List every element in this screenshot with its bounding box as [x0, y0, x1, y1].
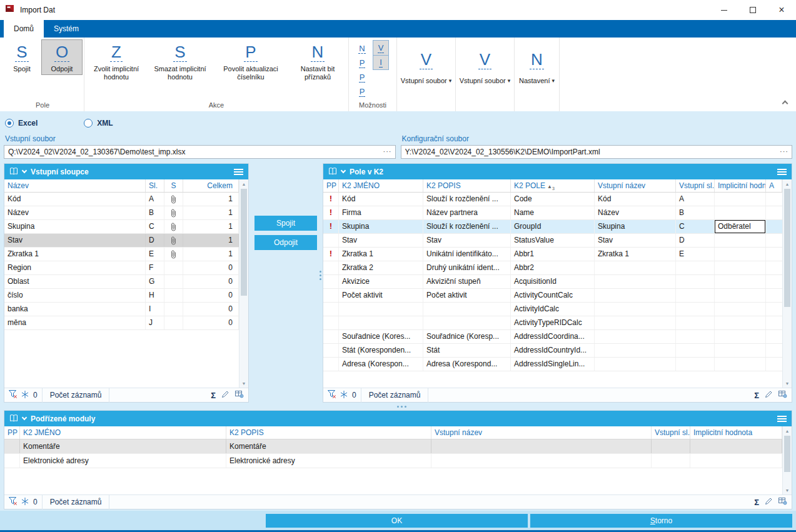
tab-system[interactable]: Systém — [44, 20, 89, 38]
smazat-implicitni-button[interactable]: S Smazat implicitní hodnotu — [148, 40, 213, 83]
column-header-implicitni-hodnota[interactable]: Implicitní hodnota — [690, 426, 782, 439]
table-row[interactable]: RegionF0 — [4, 261, 239, 275]
column-header-vstupni-sl[interactable]: Vstupní sl. — [676, 179, 715, 192]
column-header-k2-pole[interactable]: K2 POLE▲3 — [511, 179, 595, 192]
povolit-aktualizaci-button[interactable]: P Povolit aktualizaci číselníku — [214, 40, 288, 83]
table-row[interactable]: měnaJ0 — [4, 316, 239, 330]
column-header-k2-popis[interactable]: K2 POPIS — [423, 179, 511, 192]
moznosti-option-i[interactable]: I — [373, 55, 388, 69]
cell-editor[interactable]: Odběratel — [715, 220, 766, 233]
odpojit-button[interactable]: Odpojit — [254, 235, 317, 250]
edit-icon[interactable] — [765, 390, 773, 400]
column-header-vstupni-sl[interactable]: Vstupní sl. — [652, 426, 690, 439]
scroll-down-icon[interactable]: ▼ — [239, 379, 248, 388]
close-button[interactable]: × — [767, 0, 796, 20]
column-header-a[interactable]: A — [766, 179, 782, 192]
moznosti-option-n[interactable]: N — [355, 42, 369, 56]
column-header-implicitni[interactable]: Implicitní hodnota — [715, 179, 766, 192]
panel-menu-icon[interactable] — [777, 168, 787, 176]
cancel-button[interactable]: Storno — [530, 514, 792, 528]
snowflake-icon[interactable] — [340, 391, 348, 400]
column-header-k2-jmeno[interactable]: K2 JMÉNO — [339, 179, 423, 192]
column-header-vstupni-nazev[interactable]: Vstupní název — [595, 179, 676, 192]
column-header-k2-popis[interactable]: K2 POPIS — [226, 426, 431, 439]
edit-icon[interactable] — [221, 390, 229, 400]
table-row[interactable]: Stát (Koresponden...StátAddressIdCountry… — [323, 344, 782, 358]
scroll-down-icon[interactable]: ▼ — [783, 486, 792, 494]
panel-menu-icon[interactable] — [234, 168, 243, 176]
scroll-down-icon[interactable]: ▼ — [783, 379, 792, 388]
grid-settings-icon[interactable] — [778, 497, 787, 507]
browse-config-file-button[interactable]: ··· — [778, 147, 790, 157]
table-row[interactable]: Souřadnice (Kores...Souřadnice (Koresp..… — [323, 330, 782, 344]
radio-excel[interactable]: Excel — [5, 119, 38, 128]
panel-menu-icon[interactable] — [777, 414, 787, 423]
config-file-field[interactable] — [401, 146, 792, 158]
column-header-pp[interactable]: PP — [323, 179, 339, 192]
nastavit-bit-button[interactable]: N Nastavit bit příznaků — [289, 40, 346, 83]
table-row[interactable]: Zkratka 1E1 — [4, 248, 239, 261]
column-header-celkem[interactable]: Celkem — [183, 179, 239, 192]
table-row[interactable]: Adresa (Korespon...Adresa (Korespond...A… — [323, 358, 782, 371]
filter-icon[interactable] — [328, 390, 336, 400]
scroll-thumb[interactable] — [241, 189, 247, 296]
table-row[interactable]: NázevB1 — [4, 206, 239, 220]
table-row[interactable]: !Zkratka 1Unikátní identifikáto...Abbr1Z… — [323, 248, 782, 261]
table-row[interactable]: !KódSlouží k rozčlenění ...CodeKódA — [323, 193, 782, 206]
moznosti-option-p3[interactable]: P — [355, 85, 369, 99]
ok-button[interactable]: OK — [266, 514, 528, 528]
vertical-splitter-handle[interactable] — [320, 271, 321, 273]
radio-xml[interactable]: XML — [84, 119, 113, 128]
input-file-field[interactable] — [4, 146, 395, 158]
horizontal-splitter[interactable] — [0, 403, 796, 410]
table-row[interactable]: StavD1 — [4, 234, 239, 248]
grid-settings-icon[interactable] — [235, 390, 244, 400]
table-row[interactable]: Zkratka 2Druhý unikátní ident...Abbr2 — [323, 261, 782, 275]
edit-icon[interactable] — [765, 497, 773, 507]
filter-icon[interactable] — [9, 497, 17, 507]
table-row[interactable]: AkviziceAkviziční stupeňAcquisitionId — [323, 275, 782, 289]
table-row[interactable]: ActivityTypeRIDCalc — [323, 316, 782, 330]
moznosti-option-v[interactable]: V — [373, 41, 388, 55]
column-header-vstupni-nazev[interactable]: Vstupní název — [431, 426, 652, 439]
snowflake-icon[interactable] — [21, 391, 29, 400]
scrollbar[interactable]: ▲ ▼ — [782, 426, 792, 494]
chevron-down-icon[interactable] — [341, 168, 346, 173]
spojit-button[interactable]: Spojit — [254, 216, 317, 231]
table-row[interactable]: KomentářeKomentáře — [4, 439, 782, 454]
sum-icon[interactable]: Σ — [211, 391, 216, 400]
column-header-nazev[interactable]: Název — [4, 179, 146, 192]
table-row[interactable]: KódA1 — [4, 193, 239, 206]
spojit-ribbon-button[interactable]: S Spojit — [3, 40, 41, 74]
scroll-thumb[interactable] — [784, 189, 790, 307]
nastaveni-dropdown[interactable]: N Nastavení▾ — [515, 38, 560, 111]
zvolit-implicitni-button[interactable]: Z Zvolit implicitní hodnotu — [86, 40, 146, 83]
scrollbar[interactable]: ▲ ▼ — [239, 179, 248, 388]
column-header-k2-jmeno[interactable]: K2 JMÉNO — [20, 426, 226, 439]
table-row[interactable]: čísloH0 — [4, 289, 239, 303]
table-row[interactable]: Elektronické adresyElektronické adresy — [4, 454, 782, 468]
table-row[interactable]: !SkupinaSlouží k rozčlenění ...GroupIdSk… — [323, 220, 782, 234]
chevron-down-icon[interactable] — [22, 414, 27, 419]
scroll-up-icon[interactable]: ▲ — [239, 179, 248, 188]
table-row[interactable]: ActivityIdCalc — [323, 303, 782, 316]
table-row[interactable]: StavStavStatusValueStavD — [323, 234, 782, 248]
odpojit-ribbon-button[interactable]: O Odpojit — [41, 39, 83, 75]
filter-icon[interactable] — [9, 390, 17, 400]
collapse-ribbon-icon[interactable] — [782, 101, 788, 107]
maximize-button[interactable] — [738, 0, 767, 20]
snowflake-icon[interactable] — [21, 498, 29, 507]
minimize-button[interactable] — [710, 0, 738, 20]
vstupni-soubor-dropdown-1[interactable]: V Vstupní soubor▾ — [397, 38, 456, 111]
chevron-down-icon[interactable] — [22, 168, 27, 173]
vstupni-soubor-dropdown-2[interactable]: V Vstupní soubor▾ — [456, 38, 515, 111]
grid-settings-icon[interactable] — [778, 390, 787, 400]
table-row[interactable]: bankaI0 — [4, 303, 239, 316]
scroll-up-icon[interactable]: ▲ — [783, 426, 792, 435]
moznosti-option-p2[interactable]: P — [355, 71, 369, 84]
moznosti-option-p1[interactable]: P — [355, 56, 369, 70]
column-header-sl[interactable]: Sl. — [146, 179, 164, 192]
column-header-s[interactable]: S — [164, 179, 183, 192]
sum-icon[interactable]: Σ — [754, 391, 759, 400]
scrollbar[interactable]: ▲ ▼ — [782, 179, 792, 388]
